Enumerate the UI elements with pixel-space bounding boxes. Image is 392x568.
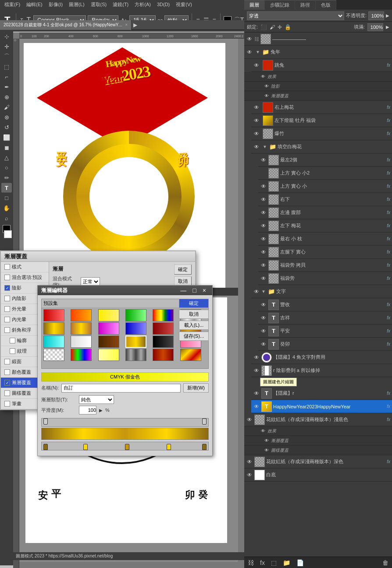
gradient-swatch-cyan[interactable]: [43, 336, 64, 348]
effect-visibility[interactable]: 👁: [264, 447, 270, 454]
gradient-swatch-red[interactable]: [43, 309, 64, 322]
layer-group-text[interactable]: 👁 📁 文字: [251, 285, 392, 298]
effect-visibility[interactable]: 👁: [264, 438, 270, 444]
check-stroke[interactable]: [4, 401, 10, 407]
layer-visibility-eye[interactable]: 👁: [260, 170, 267, 177]
gradient-swatch-black[interactable]: [153, 336, 174, 348]
gradient-swatch-lightyellow[interactable]: [98, 349, 119, 361]
layer-hidden-r[interactable]: 👁 T 【隱藏】r fx: [251, 387, 392, 400]
effect-visibility[interactable]: 👁: [264, 83, 270, 89]
tab-scroll-right[interactable]: ▶: [132, 22, 139, 28]
layer-visibility-eye[interactable]: 👁: [260, 222, 267, 229]
menu-window[interactable]: 視窗(V): [173, 0, 195, 9]
marquee-tool[interactable]: ⬚: [1, 62, 12, 71]
group-expand-arrow[interactable]: [261, 289, 267, 294]
layer-pattern-paper-dark[interactable]: 👁 花紋紅紙（存成深淺兩種版本）深色 fx: [244, 455, 392, 468]
layer-visibility-eye[interactable]: 👁: [260, 262, 267, 269]
opacity-stop-left[interactable]: [43, 418, 48, 425]
lsd-ok-btn[interactable]: 確定: [174, 264, 192, 275]
lock-transparent-icon[interactable]: ⬛: [260, 24, 267, 30]
layer-visibility-eye[interactable]: 👁: [260, 157, 267, 164]
gradient-swatch-checkerboard[interactable]: [43, 349, 64, 361]
layer-group-white-plum[interactable]: 👁 📁 填空白梅花: [251, 140, 392, 154]
gradient-swatch-blue[interactable]: [125, 322, 146, 335]
gradient-ok-btn[interactable]: 確定: [179, 299, 209, 308]
healing-tool[interactable]: ⊕: [1, 92, 12, 102]
layer-visibility-eye[interactable]: 👁: [253, 288, 260, 295]
layer-item[interactable]: 👁 ⛓ ———————: [244, 32, 392, 46]
layer-visibility-eye[interactable]: 👁: [253, 143, 260, 150]
lasso-tool[interactable]: ⌒: [1, 52, 12, 61]
tab-paths[interactable]: 路徑: [295, 0, 316, 10]
layer-visibility-eye[interactable]: 👁: [253, 130, 260, 137]
layer-visibility-eye[interactable]: 👁: [260, 236, 267, 243]
gradient-swatch-darkchrome[interactable]: [125, 349, 146, 361]
check-outer-glow[interactable]: [4, 306, 10, 312]
layer-lowerleft-plum[interactable]: 👁 左下 梅花 fx: [258, 219, 392, 232]
dodge-tool[interactable]: ○: [1, 163, 12, 172]
effect-visibility[interactable]: 👁: [264, 93, 270, 99]
clone-tool[interactable]: ⊛: [1, 112, 12, 122]
gradient-swatch-darkbrown[interactable]: [98, 336, 119, 348]
layer-visibility-eye[interactable]: 👁: [253, 403, 260, 410]
layer-visibility-eye[interactable]: 👁: [246, 458, 253, 465]
layer-visibility-eye[interactable]: 👁: [260, 341, 267, 348]
menu-analysis[interactable]: 方析(A): [132, 0, 153, 9]
gradient-swatch-gold[interactable]: [43, 322, 64, 335]
fill-input[interactable]: [367, 23, 383, 31]
gradient-swatch-magenta[interactable]: [98, 322, 119, 335]
menu-image[interactable]: 影像(I): [46, 0, 65, 9]
layer-firecracker[interactable]: 👁 爆竹 fx: [251, 127, 392, 140]
gradient-cancel-btn[interactable]: 取消: [179, 310, 209, 319]
check-shadow[interactable]: [4, 285, 10, 291]
gradient-swatch-green[interactable]: [125, 309, 146, 322]
create-group-btn[interactable]: 📁: [281, 558, 292, 567]
layer-visibility-eye[interactable]: 👁: [246, 36, 253, 43]
layer-top-solid-small[interactable]: 👁 上方 實心 小 fx: [258, 180, 392, 193]
brush-tool[interactable]: 🖌: [1, 102, 12, 112]
layer-white-base[interactable]: 👁 白底: [244, 468, 392, 482]
layer-text-guimao[interactable]: 👁 T 癸卯 fx: [258, 338, 392, 351]
add-mask-btn[interactable]: ⬚: [269, 558, 278, 567]
color-stop-3[interactable]: [125, 444, 129, 450]
gradient-swatch-rainbow[interactable]: [153, 309, 174, 322]
crop-tool[interactable]: ⌐: [1, 72, 12, 82]
layer-visibility-eye[interactable]: 👁: [260, 196, 267, 203]
layer-visibility-eye[interactable]: 👁: [260, 249, 267, 256]
path-tool[interactable]: ✏: [1, 173, 12, 182]
layer-visibility-eye[interactable]: 👁: [260, 328, 267, 335]
layer-gradient-overlay-effect[interactable]: 👁 漸層覆蓋: [244, 91, 392, 101]
layer-lucky-bag[interactable]: 👁 福袋旁 fx: [258, 272, 392, 285]
hand-tool[interactable]: ✋: [1, 203, 12, 213]
document-tab[interactable]: 20230128 自裁套聯 4-1 全部ok.psd @ 16.7% (Happ…: [0, 20, 132, 30]
menu-3d[interactable]: 3D(D): [154, 1, 172, 8]
check-bevel[interactable]: [4, 327, 10, 333]
shape-tool[interactable]: □: [1, 193, 12, 203]
layer-visibility-eye[interactable]: 👁: [246, 49, 253, 56]
layer-pattern-paper-light[interactable]: 👁 花紋紅紙（存成深淺兩種版本）淺底色 fx: [244, 413, 392, 426]
group-expand-arrow[interactable]: [256, 50, 261, 54]
gradient-load-btn[interactable]: 載入(L)...: [179, 321, 209, 330]
gradient-tool[interactable]: ◼: [1, 143, 12, 152]
eraser-tool[interactable]: ⬜: [1, 132, 12, 142]
layer-shadow-effect[interactable]: 👁 陰影: [244, 82, 392, 91]
gradient-swatch-orange-red[interactable]: [71, 309, 92, 322]
gradient-swatch-multicolor[interactable]: [71, 349, 92, 361]
layer-left-leg-solid[interactable]: 👁 左腿下 實心 fx: [258, 246, 392, 259]
layer-lucky-bag-copy[interactable]: 👁 福袋旁 拷貝 fx: [258, 259, 392, 272]
layer-visibility-eye[interactable]: 👁: [260, 301, 267, 308]
lock-position-icon[interactable]: ✛: [278, 24, 282, 30]
color-stop-1[interactable]: [43, 444, 48, 450]
add-fx-btn[interactable]: fx: [258, 558, 267, 567]
link-layers-btn[interactable]: ⛓: [246, 558, 256, 567]
check-inner-shadow[interactable]: [4, 296, 10, 301]
layer-gradient-overlay-paper[interactable]: 👁 漸層覆蓋: [244, 436, 392, 446]
lsd-item-style[interactable]: 樣式: [1, 262, 49, 272]
check-texture[interactable]: [10, 348, 15, 354]
menu-select[interactable]: 選取(S): [88, 0, 110, 9]
check-pattern-overlay[interactable]: [4, 390, 10, 396]
zoom-tool[interactable]: ⌕: [1, 213, 12, 223]
lsd-blend-mode-select[interactable]: 正常: [81, 277, 100, 286]
fill-arrow[interactable]: ▶: [386, 25, 389, 29]
tab-history[interactable]: 步驟記錄: [265, 0, 295, 10]
